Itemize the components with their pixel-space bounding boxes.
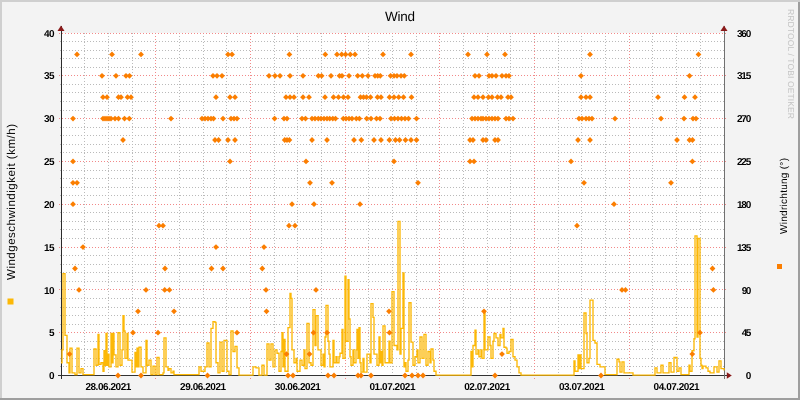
- svg-text:0: 0: [49, 371, 55, 382]
- svg-text:90: 90: [742, 286, 752, 297]
- svg-text:RRDTOOL / TOBI OETIKER: RRDTOOL / TOBI OETIKER: [786, 9, 796, 119]
- svg-text:30: 30: [44, 114, 55, 125]
- svg-text:Windrichtung (°): Windrichtung (°): [779, 158, 790, 234]
- svg-text:Wind: Wind: [385, 9, 415, 24]
- svg-text:30.06.2021: 30.06.2021: [275, 382, 321, 393]
- svg-text:0: 0: [746, 371, 752, 382]
- svg-text:5: 5: [49, 328, 55, 339]
- svg-text:29.06.2021: 29.06.2021: [180, 382, 226, 393]
- svg-text:28.06.2021: 28.06.2021: [85, 382, 131, 393]
- svg-text:10: 10: [44, 286, 55, 297]
- svg-text:02.07.2021: 02.07.2021: [464, 382, 510, 393]
- svg-text:40: 40: [44, 29, 55, 40]
- svg-text:15: 15: [44, 243, 55, 254]
- svg-text:25: 25: [44, 157, 55, 168]
- svg-text:180: 180: [737, 200, 752, 211]
- svg-text:03.07.2021: 03.07.2021: [559, 382, 605, 393]
- svg-text:20: 20: [44, 200, 55, 211]
- svg-text:315: 315: [737, 71, 752, 82]
- svg-text:04.07.2021: 04.07.2021: [654, 382, 700, 393]
- svg-text:225: 225: [737, 157, 752, 168]
- svg-text:01.07.2021: 01.07.2021: [370, 382, 416, 393]
- svg-text:135: 135: [737, 243, 752, 254]
- svg-text:360: 360: [737, 29, 752, 40]
- svg-text:35: 35: [44, 71, 55, 82]
- svg-text:45: 45: [742, 328, 752, 339]
- svg-text:Windgeschwindigkeit (km/h): Windgeschwindigkeit (km/h): [6, 124, 18, 280]
- svg-text:270: 270: [737, 114, 752, 125]
